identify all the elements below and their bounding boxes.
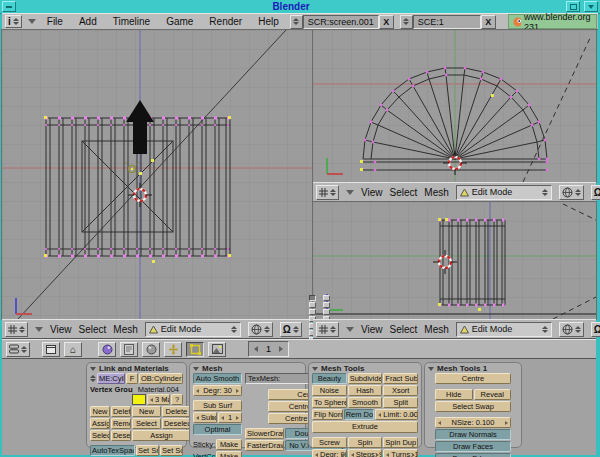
window-type-button[interactable]: i <box>5 15 22 28</box>
draw-edges-toggle[interactable]: Draw Edges <box>435 453 511 457</box>
draw-faces-toggle[interactable]: Draw Faces <box>435 441 511 452</box>
menu-collapse-icon[interactable] <box>28 19 36 24</box>
object-context-button[interactable] <box>164 342 182 357</box>
screw-button[interactable]: Screw <box>312 437 347 448</box>
material-deselect-button[interactable]: Deselect <box>162 418 191 429</box>
viewport-front[interactable] <box>2 30 312 319</box>
vgroup-deselect-button[interactable]: Desel. <box>111 430 131 441</box>
prev-frame-icon[interactable] <box>254 346 258 352</box>
pivot-button[interactable]: Ω <box>280 322 302 337</box>
smooth-button[interactable]: Smooth <box>348 397 383 408</box>
material-new-button[interactable]: New <box>132 406 161 417</box>
pivot-button[interactable]: Ω <box>591 185 600 200</box>
spin-button[interactable]: Spin <box>348 437 383 448</box>
menu-file[interactable]: File <box>42 16 68 27</box>
editing-context-button[interactable] <box>186 342 204 357</box>
home-button[interactable]: ⌂ <box>64 342 82 357</box>
menu-help[interactable]: Help <box>253 16 284 27</box>
noise-button[interactable]: Noise <box>312 385 347 396</box>
subsurf-toggle[interactable]: Sub Surf <box>193 400 242 411</box>
mode-dropdown[interactable]: Edit Mode <box>145 322 241 337</box>
viewport-top-canvas[interactable] <box>313 30 596 182</box>
viewport-type-button[interactable] <box>5 322 28 337</box>
draw-type-button[interactable] <box>248 322 273 337</box>
reveal-button[interactable]: Reveal <box>474 389 512 400</box>
titlebar[interactable]: Blender <box>0 0 600 14</box>
degr-stepper[interactable]: Degr: 30 <box>193 385 242 396</box>
object-name-button[interactable]: OB:Cylinder <box>139 373 183 384</box>
menu-mesh[interactable]: Mesh <box>113 324 137 335</box>
menu-mesh[interactable]: Mesh <box>424 324 448 335</box>
hash-button[interactable]: Hash <box>348 385 383 396</box>
draw-normals-toggle[interactable]: Draw Normals <box>435 429 511 440</box>
viewport-type-button[interactable] <box>316 185 339 200</box>
panel-collapse-icon[interactable] <box>312 367 318 371</box>
maximize-button[interactable] <box>566 1 580 12</box>
mode-dropdown[interactable]: Edit Mode <box>456 322 552 337</box>
scene-delete-button[interactable]: X <box>481 15 496 29</box>
header-collapse-icon[interactable] <box>35 327 43 332</box>
buttons-window-type-button[interactable] <box>6 342 30 357</box>
menu-view[interactable]: View <box>361 324 383 335</box>
layer-toggle[interactable] <box>323 295 330 301</box>
menu-view[interactable]: View <box>50 324 72 335</box>
panel-collapse-icon[interactable] <box>193 367 199 371</box>
panel-collapse-icon[interactable] <box>428 367 434 371</box>
viewport-top[interactable] <box>313 30 596 182</box>
frame-number-field[interactable]: 1 <box>248 341 289 357</box>
menu-render[interactable]: Render <box>204 16 247 27</box>
fract-subd-button[interactable]: Fract Sub <box>383 373 418 384</box>
menu-mesh[interactable]: Mesh <box>424 187 448 198</box>
vgroup-delete-button[interactable]: Delete <box>111 406 131 417</box>
window-menu-button[interactable] <box>2 1 16 12</box>
shading-context-button[interactable] <box>142 342 160 357</box>
vertcol-make-button[interactable]: Make <box>216 451 242 457</box>
autotexspace-toggle[interactable]: AutoTexSpace <box>90 445 135 456</box>
faster-draw-button[interactable]: FasterDraw <box>245 440 284 451</box>
header-collapse-icon[interactable] <box>346 190 354 195</box>
rem-doubles-button[interactable]: Rem Doub <box>344 409 375 420</box>
vgroup-new-button[interactable]: New <box>90 406 110 417</box>
menu-add[interactable]: Add <box>74 16 102 27</box>
limit-stepper[interactable]: Limit: 0.001 <box>375 409 418 420</box>
layer-toggle[interactable] <box>309 295 316 301</box>
layer-toggle[interactable] <box>323 302 330 308</box>
viewport-type-button[interactable] <box>316 322 339 337</box>
menu-timeline[interactable]: Timeline <box>108 16 155 27</box>
layer-toggle[interactable] <box>323 309 330 315</box>
viewport-side-canvas[interactable] <box>313 202 596 319</box>
subdivide-button[interactable]: Subdivide <box>348 373 383 384</box>
select-swap-button[interactable]: Select Swap <box>435 401 511 412</box>
split-button[interactable]: Split <box>383 397 418 408</box>
slower-draw-button[interactable]: SlowerDraw <box>245 428 284 439</box>
to-sphere-button[interactable]: To Sphere <box>312 397 347 408</box>
material-assign-button[interactable]: Assign <box>132 430 191 441</box>
panel-collapse-icon[interactable] <box>90 367 96 371</box>
screen-name-field[interactable]: SCR:screen.001 <box>303 15 379 29</box>
menu-select[interactable]: Select <box>79 324 107 335</box>
hide-button[interactable]: Hide <box>435 389 473 400</box>
auto-smooth-toggle[interactable]: Auto Smooth <box>193 373 242 384</box>
panel-alignment-button[interactable] <box>42 342 60 357</box>
vgroup-remove-button[interactable]: Remove <box>111 418 131 429</box>
turns-stepper[interactable]: Turns: 1 <box>383 449 418 457</box>
steps-stepper[interactable]: Steps: 9 <box>348 449 383 457</box>
material-delete-button[interactable]: Delete <box>162 406 191 417</box>
draw-type-button[interactable] <box>559 185 584 200</box>
flip-normals-button[interactable]: Flip Norm <box>312 409 343 420</box>
screen-browse-button[interactable] <box>290 15 303 29</box>
next-frame-icon[interactable] <box>279 346 283 352</box>
material-help-button[interactable]: ? <box>171 394 183 405</box>
browse-icon[interactable] <box>90 375 96 382</box>
logic-context-button[interactable] <box>98 342 116 357</box>
pivot-button[interactable]: Ω <box>591 322 600 337</box>
mesh-datablock-field[interactable]: ME:Cylinder <box>97 373 125 384</box>
nsize-stepper[interactable]: NSize: 0.100 <box>435 417 511 428</box>
extrude-button[interactable]: Extrude <box>312 421 418 433</box>
menu-game[interactable]: Game <box>161 16 198 27</box>
sticky-make-button[interactable]: Make <box>216 439 242 450</box>
screen-delete-button[interactable]: X <box>379 15 394 29</box>
menu-select[interactable]: Select <box>390 187 418 198</box>
menu-select[interactable]: Select <box>390 324 418 335</box>
beauty-toggle[interactable]: Beauty <box>312 373 347 384</box>
